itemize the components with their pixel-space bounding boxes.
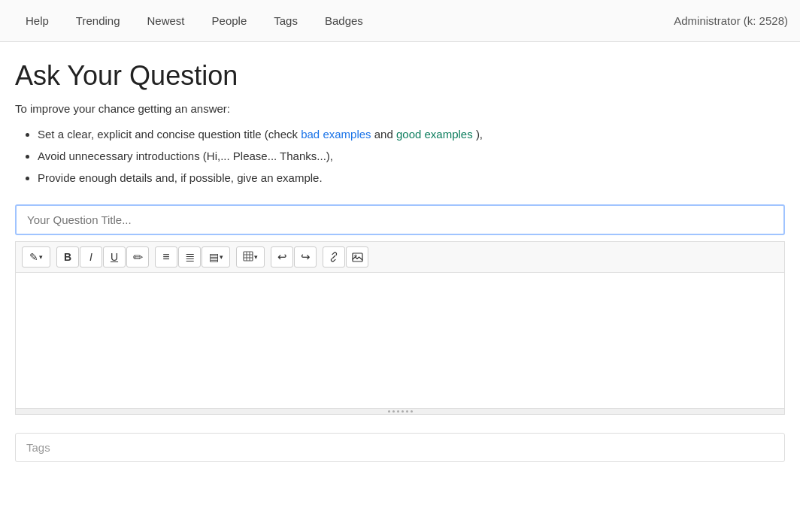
nav-item-badges[interactable]: Badges — [311, 0, 377, 42]
tip-3-text: Provide enough details and, if possible,… — [38, 171, 323, 184]
editor-toolbar: ✎ ▾ B I U ✏ ≡ ≣ ▤ ▾ — [16, 242, 784, 273]
page-title: Ask Your Question — [15, 60, 785, 92]
nav-item-help[interactable]: Help — [12, 0, 62, 42]
pencil-icon: ✎ — [29, 251, 38, 263]
toolbar-group-text: B I U ✏ — [56, 246, 149, 268]
nav-link-badges[interactable]: Badges — [311, 0, 377, 42]
svg-rect-0 — [244, 252, 253, 261]
tip-1-before: Set a clear, explicit and concise questi… — [38, 128, 301, 141]
tip-3: Provide enough details and, if possible,… — [38, 168, 785, 188]
table-dropdown-arrow: ▾ — [254, 253, 258, 261]
nav-item-trending[interactable]: Trending — [62, 0, 134, 42]
nav-item-tags[interactable]: Tags — [260, 0, 311, 42]
ordered-list-button[interactable]: ≣ — [178, 246, 201, 268]
navigation: Help Trending Newest People Tags Badges … — [0, 0, 800, 42]
table-button[interactable]: ▾ — [236, 246, 265, 268]
good-examples-link[interactable]: good examples — [396, 128, 473, 141]
nav-link-trending[interactable]: Trending — [62, 0, 134, 42]
editor-body[interactable] — [16, 273, 784, 408]
align-icon: ▤ — [209, 251, 219, 263]
question-title-input[interactable] — [15, 204, 785, 235]
nav-link-newest[interactable]: Newest — [134, 0, 198, 42]
strikethrough-button[interactable]: ✏ — [126, 246, 149, 268]
bold-button[interactable]: B — [56, 246, 79, 268]
main-content: Ask Your Question To improve your chance… — [0, 42, 800, 477]
underline-button[interactable]: U — [103, 246, 126, 268]
toolbar-group-list: ≡ ≣ ▤ ▾ — [155, 246, 230, 268]
tip-1: Set a clear, explicit and concise questi… — [38, 124, 785, 144]
format-dropdown[interactable]: ✎ ▾ — [22, 246, 50, 268]
redo-button[interactable]: ↪ — [294, 246, 317, 268]
tip-2: Avoid unnecessary introductions (Hi,... … — [38, 146, 785, 166]
nav-link-tags[interactable]: Tags — [260, 0, 311, 42]
link-button[interactable] — [323, 246, 345, 268]
user-info: Administrator (k: 2528) — [674, 14, 788, 27]
svg-rect-5 — [353, 253, 362, 261]
align-button[interactable]: ▤ ▾ — [202, 246, 230, 268]
nav-item-newest[interactable]: Newest — [134, 0, 198, 42]
intro-text: To improve your chance getting an answer… — [15, 102, 785, 115]
nav-link-people[interactable]: People — [198, 0, 261, 42]
tags-placeholder: Tags — [26, 441, 50, 454]
resize-dots — [388, 410, 413, 413]
editor-container: ✎ ▾ B I U ✏ ≡ ≣ ▤ ▾ — [15, 241, 785, 415]
toolbar-group-history: ↩ ↪ — [271, 246, 317, 268]
tips-list: Set a clear, explicit and concise questi… — [15, 124, 785, 188]
image-button[interactable] — [346, 246, 368, 268]
nav-link-help[interactable]: Help — [12, 0, 62, 42]
bad-examples-link[interactable]: bad examples — [301, 128, 371, 141]
tip-1-after: ), — [476, 128, 483, 141]
toolbar-group-table: ▾ — [236, 246, 265, 268]
unordered-list-button[interactable]: ≡ — [155, 246, 177, 268]
align-dropdown-arrow: ▾ — [220, 253, 223, 261]
tip-2-text: Avoid unnecessary introductions (Hi,... … — [38, 150, 333, 162]
table-icon — [243, 251, 253, 264]
toolbar-group-format: ✎ ▾ — [22, 246, 50, 268]
nav-links: Help Trending Newest People Tags Badges — [12, 0, 674, 42]
svg-point-6 — [354, 255, 356, 256]
tip-1-middle: and — [374, 128, 396, 141]
tags-input[interactable]: Tags — [15, 433, 785, 462]
editor-resize-handle[interactable] — [16, 408, 784, 414]
nav-item-people[interactable]: People — [198, 0, 261, 42]
undo-button[interactable]: ↩ — [271, 246, 293, 268]
toolbar-group-media — [323, 246, 368, 268]
format-dropdown-arrow: ▾ — [39, 253, 43, 261]
italic-button[interactable]: I — [80, 246, 102, 268]
